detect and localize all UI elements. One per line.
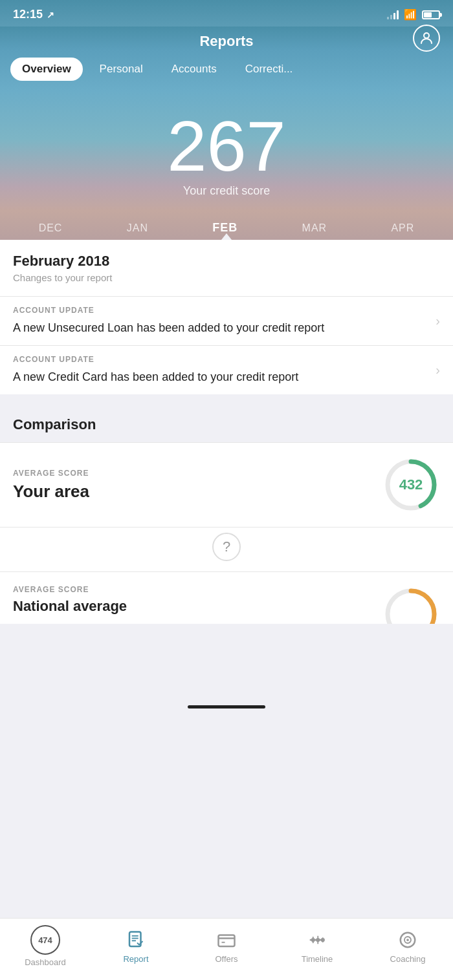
avg-item-national: AVERAGE SCORE National average: [0, 572, 453, 624]
bottom-spacer: [0, 624, 453, 701]
score-section: 267 Your credit score: [0, 91, 453, 211]
svg-point-0: [424, 33, 429, 38]
home-indicator: [188, 705, 265, 708]
update-text-2: A new Credit Card has been added to your…: [13, 369, 298, 385]
nav-item-coaching[interactable]: Coaching: [382, 928, 434, 964]
svg-rect-9: [219, 935, 235, 947]
avg-name-2: National average: [13, 598, 127, 615]
nav-item-offers[interactable]: Offers: [201, 928, 252, 964]
tab-personal[interactable]: Personal: [88, 58, 155, 81]
section-subtitle: Changes to your report: [13, 272, 440, 292]
comparison-header: Comparison: [0, 402, 453, 442]
tab-bar: Overview Personal Accounts Correcti...: [0, 50, 453, 91]
wifi-icon: 📶: [404, 8, 417, 21]
report-icon-wrap: [124, 928, 148, 952]
signal-icon: [387, 10, 399, 19]
offers-icon-wrap: [215, 928, 238, 952]
credit-score-label: Your credit score: [13, 184, 440, 198]
section-date: February 2018: [13, 253, 440, 270]
month-indicator: [221, 233, 232, 240]
nav-item-dashboard[interactable]: 474 Dashboard: [19, 925, 71, 967]
timeline-icon-wrap: [305, 928, 329, 952]
question-button[interactable]: ?: [212, 533, 241, 561]
update-text-1: A new Unsecured Loan has been added to y…: [13, 320, 324, 336]
nav-label-offers: Offers: [215, 954, 238, 964]
avg-name-1: Your area: [13, 482, 89, 502]
svg-point-20: [406, 939, 409, 941]
comparison-title: Comparison: [13, 416, 440, 433]
profile-button[interactable]: [413, 25, 440, 52]
dashboard-score-badge: 474: [30, 925, 60, 955]
chevron-right-icon-2: ›: [436, 363, 440, 378]
question-section: ?: [0, 527, 453, 571]
tab-overview[interactable]: Overview: [10, 58, 83, 81]
month-mar[interactable]: MAR: [302, 222, 327, 234]
report-icon: [126, 930, 146, 950]
nav-item-report[interactable]: Report: [110, 928, 162, 964]
gap-1: [0, 394, 453, 402]
status-icons: 📶: [387, 8, 440, 21]
update-item-1[interactable]: ACCOUNT UPDATE A new Unsecured Loan has …: [0, 297, 453, 345]
time-display: 12:15: [13, 8, 43, 21]
coaching-icon: [398, 930, 417, 950]
timeline-icon: [307, 930, 327, 950]
donut-svg-2: [382, 585, 440, 624]
month-jan[interactable]: JAN: [127, 222, 148, 234]
nav-label-coaching: Coaching: [390, 954, 426, 964]
main-content: February 2018 Changes to your report ACC…: [0, 240, 453, 701]
month-dec[interactable]: DEC: [39, 222, 63, 234]
bottom-nav: 474 Dashboard Report Offers: [0, 918, 453, 980]
offers-icon: [217, 930, 236, 950]
donut-value-1: 432: [399, 476, 423, 493]
avg-label-2: AVERAGE SCORE: [13, 585, 127, 594]
coaching-icon-wrap: [396, 928, 419, 952]
page-title: Reports: [13, 33, 440, 50]
update-label-2: ACCOUNT UPDATE: [13, 355, 298, 364]
credit-score-number: 267: [13, 111, 440, 182]
month-apr[interactable]: APR: [391, 222, 414, 234]
page-header: Reports: [0, 27, 453, 50]
update-item-2[interactable]: ACCOUNT UPDATE A new Credit Card has bee…: [0, 346, 453, 394]
avg-label-1: AVERAGE SCORE: [13, 469, 89, 478]
update-label-1: ACCOUNT UPDATE: [13, 306, 324, 315]
month-feb[interactable]: FEB: [212, 221, 238, 235]
nav-label-report: Report: [123, 954, 148, 964]
status-bar: 12:15 ↗ 📶: [0, 0, 453, 27]
battery-icon: [422, 10, 440, 19]
nav-label-timeline: Timeline: [302, 954, 333, 964]
section-header: February 2018 Changes to your report: [0, 240, 453, 296]
tab-accounts[interactable]: Accounts: [160, 58, 228, 81]
month-selector: DEC JAN FEB MAR APR: [0, 211, 453, 240]
nav-label-dashboard: Dashboard: [25, 957, 66, 967]
profile-icon: [419, 30, 434, 46]
tab-corrections[interactable]: Correcti...: [234, 58, 305, 81]
avg-item-your-area: AVERAGE SCORE Your area 432: [0, 443, 453, 527]
donut-chart-1: 432: [382, 456, 440, 514]
chevron-right-icon-1: ›: [436, 314, 440, 328]
location-arrow-icon: ↗: [47, 10, 54, 20]
donut-chart-2: [382, 585, 440, 624]
nav-item-timeline[interactable]: Timeline: [291, 928, 343, 964]
